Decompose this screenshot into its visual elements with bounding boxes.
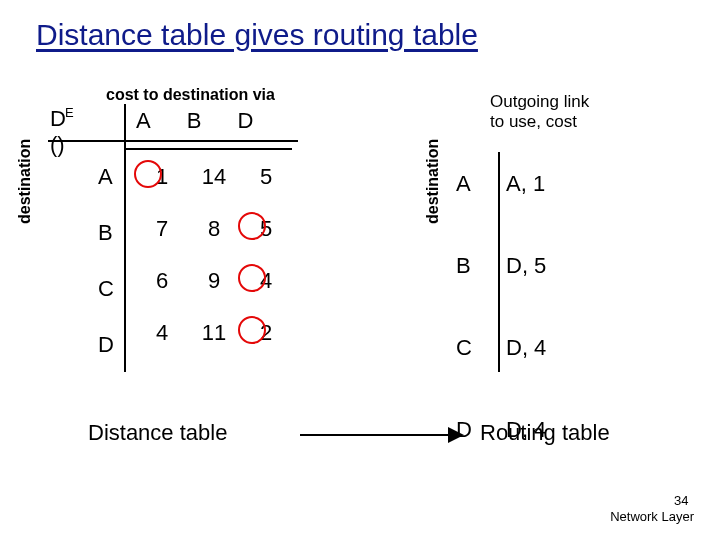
cell-c-d: 4 bbox=[240, 268, 292, 294]
outgoing-l1: Outgoing link bbox=[490, 92, 589, 111]
table-row: 1 14 5 bbox=[136, 164, 292, 216]
de-symbol: DE () bbox=[50, 106, 75, 158]
slide-title: Distance table gives routing table bbox=[36, 18, 478, 52]
arrow-head bbox=[448, 427, 464, 443]
route-val-a: A, 1 bbox=[506, 171, 596, 197]
outgoing-l2: to use, cost bbox=[490, 112, 577, 131]
cell-c-a: 6 bbox=[136, 268, 188, 294]
table-row: 6 9 4 bbox=[136, 268, 292, 320]
cell-d-b: 11 bbox=[188, 320, 240, 346]
distance-cells: 1 14 5 7 8 5 6 9 4 4 11 2 bbox=[136, 164, 292, 372]
table-row: B D, 5 bbox=[456, 240, 596, 292]
route-val-c: D, 4 bbox=[506, 335, 596, 361]
cell-d-a: 4 bbox=[136, 320, 188, 346]
cell-b-b: 8 bbox=[188, 216, 240, 242]
row-d: D bbox=[98, 332, 114, 358]
routing-table-label: Routing table bbox=[480, 420, 610, 446]
cell-d-d: 2 bbox=[240, 320, 292, 346]
table-hline2 bbox=[126, 148, 292, 150]
d-letter: D bbox=[50, 106, 66, 131]
e-superscript: E bbox=[65, 105, 74, 120]
cost-to-dest-label: cost to destination via bbox=[106, 86, 275, 104]
table-row: 7 8 5 bbox=[136, 216, 292, 268]
table-row: 4 11 2 bbox=[136, 320, 292, 372]
destination-axis-right: destination bbox=[424, 139, 442, 224]
route-vline bbox=[498, 152, 500, 372]
footer-text: Network Layer 34 bbox=[610, 509, 694, 524]
routing-table: A A, 1 B D, 5 C D, 4 D D, 4 bbox=[456, 158, 596, 456]
page-number: 34 bbox=[674, 493, 700, 508]
cell-a-a: 1 bbox=[136, 164, 188, 190]
row-a: A bbox=[98, 164, 114, 190]
cell-a-d: 5 bbox=[240, 164, 292, 190]
cell-a-b: 14 bbox=[188, 164, 240, 190]
distance-table-label: Distance table bbox=[88, 420, 227, 446]
table-hline bbox=[48, 140, 298, 142]
paren: () bbox=[50, 132, 65, 157]
cell-b-a: 7 bbox=[136, 216, 188, 242]
row-c: C bbox=[98, 276, 114, 302]
distance-table-caption: Distance table bbox=[88, 420, 227, 446]
footer-label: Network Layer bbox=[610, 509, 694, 524]
route-val-b: D, 5 bbox=[506, 253, 596, 279]
cell-c-b: 9 bbox=[188, 268, 240, 294]
row-headers: A B C D bbox=[98, 164, 114, 358]
row-b: B bbox=[98, 220, 114, 246]
table-row: A A, 1 bbox=[456, 158, 596, 210]
col-b: B bbox=[187, 108, 202, 134]
col-d: D bbox=[237, 108, 253, 134]
col-a: A bbox=[136, 108, 151, 134]
cell-b-d: 5 bbox=[240, 216, 292, 242]
destination-axis-left: destination bbox=[16, 139, 34, 224]
col-headers: A B D bbox=[136, 108, 253, 134]
outgoing-link-label: Outgoing link to use, cost bbox=[490, 92, 589, 133]
table-vline bbox=[124, 104, 126, 372]
table-row: C D, 4 bbox=[456, 322, 596, 374]
arrow-line bbox=[300, 434, 450, 436]
